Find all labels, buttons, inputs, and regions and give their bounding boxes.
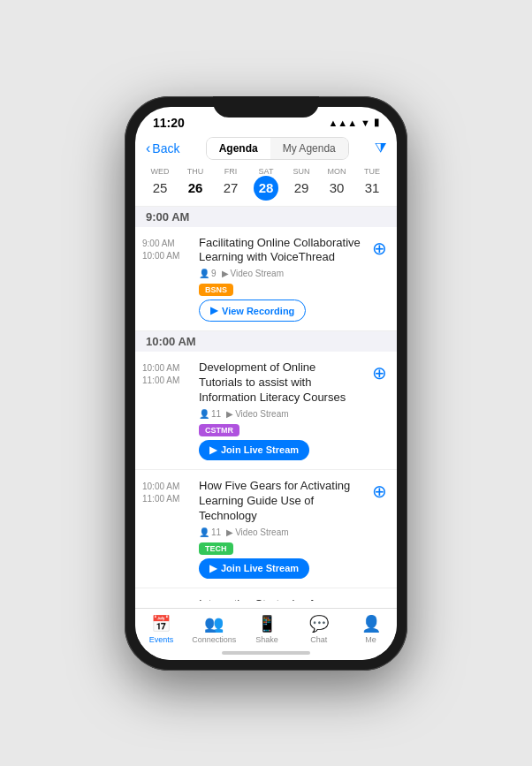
cal-day-name: THU	[187, 167, 204, 176]
back-button[interactable]: ‹ Back	[146, 140, 179, 156]
calendar-row: WED 25 THU 26 FRI 27 SAT 28 SUN 29 MON 3…	[135, 165, 397, 207]
nav-bar: ‹ Back Agenda My Agenda ⧩	[135, 133, 397, 165]
session-meta: 👤 11 ▶ Video Stream	[199, 409, 361, 419]
session-content: Facilitating Online Collaborative Learni…	[199, 236, 361, 322]
cal-day-tue[interactable]: TUE 31	[356, 167, 388, 201]
cal-day-thu[interactable]: THU 26	[179, 167, 211, 201]
session-title[interactable]: Facilitating Online Collaborative Learni…	[199, 236, 361, 266]
tab-container: Agenda My Agenda	[206, 137, 349, 160]
tab-me-label: Me	[365, 635, 376, 644]
play-circle-icon: ▶	[209, 444, 217, 456]
person-icon: 👤	[199, 269, 209, 278]
cal-day-name: FRI	[224, 167, 238, 176]
tab-events-label: Events	[149, 635, 174, 644]
session-row: 10:00 AM 11:00 AM How Five Gears for Act…	[135, 470, 397, 588]
cal-day-num: 31	[360, 176, 384, 201]
time-section-9am: 9:00 AM	[135, 207, 397, 227]
add-session-icon[interactable]: ⊕	[369, 360, 390, 460]
add-session-icon[interactable]: ⊕	[369, 236, 390, 322]
cal-day-num: 29	[289, 176, 314, 201]
session-tag: BSNS	[199, 284, 233, 296]
cal-day-num: 25	[148, 176, 172, 201]
person-icon: 👤	[199, 409, 209, 419]
session-content: Development of Online Tutorials to assis…	[199, 360, 361, 460]
session-tag: CSTMR	[199, 424, 239, 436]
view-recording-button[interactable]: ▶ View Recording	[199, 300, 306, 322]
session-meta: 👤 11 ▶ Video Stream	[199, 527, 361, 537]
cal-day-name: SAT	[259, 167, 274, 176]
battery-icon: ▮	[374, 117, 379, 128]
home-indicator	[222, 651, 310, 655]
attendees-count: 👤 11	[199, 409, 221, 419]
phone-frame: 11:20 ▲▲▲ ▼ ▮ ‹ Back Agenda My Agenda	[125, 96, 407, 671]
session-tag: TECH	[199, 542, 233, 555]
join-live-stream-button[interactable]: ▶ Join Live Stream	[199, 558, 309, 579]
session-time: 10:00 AM 11:00 AM	[142, 597, 192, 601]
back-label: Back	[152, 141, 179, 155]
session-buttons: ▶ Join Live Stream	[199, 440, 361, 460]
tab-my-agenda[interactable]: My Agenda	[270, 138, 348, 159]
tab-events[interactable]: 📅 Events	[140, 614, 182, 644]
play-icon: ▶	[222, 269, 229, 278]
cal-day-name: TUE	[364, 167, 380, 176]
stream-type: ▶ Video Stream	[226, 527, 288, 537]
cal-day-name: WED	[151, 167, 170, 176]
session-row: 10:00 AM 11:00 AM Development of Online …	[135, 352, 397, 470]
tab-shake[interactable]: 📱 Shake	[246, 614, 288, 644]
tab-chat-label: Chat	[310, 635, 327, 644]
session-title[interactable]: How Five Gears for Activating Learning G…	[199, 479, 361, 524]
play-circle-icon: ▶	[210, 305, 217, 316]
status-time: 11:20	[153, 116, 185, 130]
session-buttons: ▶ Join Live Stream	[199, 558, 361, 579]
connections-icon: 👥	[204, 614, 224, 633]
tab-me[interactable]: 👤 Me	[350, 614, 392, 644]
cal-day-fri[interactable]: FRI 27	[215, 167, 247, 201]
signal-icon: ▲▲▲	[328, 118, 357, 128]
session-actions: TECH	[199, 542, 361, 555]
time-section-10am: 10:00 AM	[135, 331, 397, 352]
wifi-icon: ▼	[361, 118, 370, 128]
back-chevron-icon: ‹	[146, 140, 150, 156]
session-title[interactable]: Development of Online Tutorials to assis…	[199, 360, 361, 406]
cal-day-num-today: 28	[254, 176, 278, 201]
cal-day-sat[interactable]: SAT 28	[250, 167, 282, 201]
stream-type: ▶ Video Stream	[222, 269, 284, 278]
tab-chat[interactable]: 💬 Chat	[298, 614, 340, 644]
session-actions: CSTMR	[199, 424, 361, 436]
shake-icon: 📱	[257, 614, 277, 633]
session-time: 9:00 AM 10:00 AM	[142, 236, 192, 322]
me-icon: 👤	[361, 614, 381, 633]
tab-connections-label: Connections	[192, 635, 236, 644]
phone-screen: 11:20 ▲▲▲ ▼ ▮ ‹ Back Agenda My Agenda	[135, 107, 397, 660]
session-time: 10:00 AM 11:00 AM	[142, 360, 192, 460]
play-icon: ▶	[226, 527, 233, 537]
cal-day-num: 30	[324, 176, 349, 201]
tab-group: Agenda My Agenda	[186, 137, 368, 160]
tab-connections[interactable]: 👥 Connections	[192, 614, 236, 644]
cal-day-mon[interactable]: MON 30	[321, 167, 353, 201]
filter-icon[interactable]: ⧩	[375, 140, 386, 156]
session-row: 10:00 AM 11:00 AM Interactive Strategies…	[135, 588, 397, 601]
play-icon: ▶	[226, 409, 233, 419]
join-live-stream-button[interactable]: ▶ Join Live Stream	[199, 440, 309, 460]
session-content: Interactive Strategies for Engaging Larg…	[199, 597, 361, 601]
session-title[interactable]: Interactive Strategies for Engaging Larg…	[199, 597, 361, 601]
tab-agenda[interactable]: Agenda	[207, 138, 270, 159]
chat-icon: 💬	[309, 614, 329, 633]
cal-day-name: SUN	[293, 167, 309, 176]
attendees-count: 👤 9	[199, 269, 217, 278]
stream-type: ▶ Video Stream	[226, 409, 288, 419]
cal-day-name: MON	[328, 167, 346, 176]
attendees-count: 👤 11	[199, 527, 221, 537]
cal-day-num: 27	[218, 176, 243, 201]
session-time: 10:00 AM 11:00 AM	[142, 479, 192, 579]
cal-day-wed[interactable]: WED 25	[144, 167, 176, 201]
session-buttons: ▶ View Recording	[199, 300, 361, 322]
add-session-icon[interactable]: ⊕	[369, 479, 390, 579]
add-session-icon[interactable]: ⊕	[369, 597, 390, 601]
scroll-content[interactable]: 9:00 AM 9:00 AM 10:00 AM Facilitating On…	[135, 207, 397, 601]
status-icons: ▲▲▲ ▼ ▮	[328, 117, 379, 128]
cal-day-sun[interactable]: SUN 29	[285, 167, 317, 201]
tab-shake-label: Shake	[255, 635, 278, 644]
session-row: 9:00 AM 10:00 AM Facilitating Online Col…	[135, 227, 397, 332]
